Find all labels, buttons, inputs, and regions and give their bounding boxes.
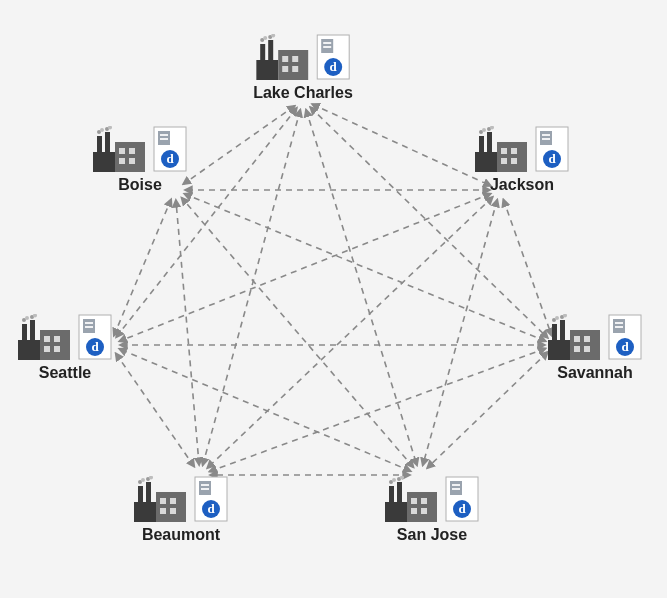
svg-rect-116 (54, 336, 60, 342)
node-icons: d (385, 476, 479, 522)
svg-rect-78 (397, 482, 402, 502)
svg-rect-90 (452, 488, 460, 490)
svg-rect-134 (129, 148, 135, 154)
svg-rect-43 (501, 148, 507, 154)
svg-rect-144 (160, 138, 168, 140)
node-icons: d (475, 126, 569, 172)
svg-rect-76 (407, 492, 437, 522)
svg-rect-125 (85, 322, 93, 324)
factory-icon (475, 126, 531, 172)
factory-icon (93, 126, 149, 172)
node-icons: d (18, 314, 112, 360)
svg-rect-114 (30, 320, 35, 340)
svg-line-7 (423, 200, 498, 466)
document-icon: d (535, 126, 569, 172)
node-label: San Jose (385, 526, 479, 544)
node-lake-charles: d Lake Charles (253, 34, 353, 102)
document-icon: d (608, 314, 642, 360)
node-beaumont: d Beaumont (134, 476, 228, 544)
svg-rect-95 (138, 486, 143, 502)
svg-rect-62 (584, 336, 590, 342)
svg-rect-82 (421, 508, 427, 514)
node-savannah: d Savannah (548, 314, 642, 382)
svg-rect-80 (421, 498, 427, 504)
node-icons: d (253, 34, 353, 80)
node-label: Lake Charles (253, 84, 353, 102)
node-boise: d Boise (93, 126, 187, 194)
svg-rect-61 (574, 336, 580, 342)
factory-icon (548, 314, 604, 360)
svg-rect-53 (542, 134, 550, 136)
svg-rect-41 (479, 136, 484, 152)
svg-point-84 (392, 478, 396, 482)
svg-rect-136 (129, 158, 135, 164)
svg-line-9 (119, 194, 490, 342)
svg-rect-97 (160, 498, 166, 504)
svg-line-8 (207, 197, 493, 468)
node-seattle: d Seattle (18, 314, 112, 382)
svg-rect-40 (497, 142, 527, 172)
svg-rect-39 (475, 152, 497, 172)
svg-rect-115 (44, 336, 50, 342)
svg-rect-60 (560, 320, 565, 340)
svg-rect-72 (615, 326, 623, 328)
svg-rect-35 (323, 42, 331, 44)
svg-rect-59 (552, 324, 557, 340)
svg-point-48 (482, 128, 486, 132)
node-label: Savannah (548, 364, 642, 382)
svg-rect-98 (170, 498, 176, 504)
document-icon: d (153, 126, 187, 172)
svg-text:d: d (458, 501, 466, 516)
svg-point-120 (25, 316, 29, 320)
svg-text:d: d (166, 151, 174, 166)
svg-rect-57 (548, 340, 570, 360)
svg-rect-107 (201, 484, 209, 486)
svg-rect-108 (201, 488, 209, 490)
svg-rect-93 (134, 502, 156, 522)
svg-rect-58 (570, 330, 600, 360)
svg-rect-117 (44, 346, 50, 352)
svg-rect-94 (156, 492, 186, 522)
svg-line-2 (306, 110, 417, 466)
svg-text:d: d (548, 151, 556, 166)
svg-rect-129 (93, 152, 115, 172)
svg-rect-100 (170, 508, 176, 514)
svg-line-20 (114, 199, 171, 336)
svg-text:d: d (621, 339, 629, 354)
svg-rect-64 (584, 346, 590, 352)
svg-rect-77 (389, 486, 394, 502)
document-icon: d (316, 34, 350, 80)
node-san-jose: d San Jose (385, 476, 479, 544)
svg-rect-23 (260, 44, 265, 60)
svg-point-66 (555, 316, 559, 320)
svg-rect-46 (511, 158, 517, 164)
node-label: Jackson (475, 176, 569, 194)
svg-line-14 (184, 194, 545, 341)
svg-rect-131 (97, 136, 102, 152)
svg-rect-132 (105, 132, 110, 152)
svg-point-30 (263, 36, 267, 40)
node-icons: d (548, 314, 642, 360)
factory-icon (385, 476, 441, 522)
svg-rect-112 (40, 330, 70, 360)
svg-rect-54 (542, 138, 550, 140)
node-icons: d (93, 126, 187, 172)
svg-point-138 (100, 128, 104, 132)
svg-rect-111 (18, 340, 40, 360)
svg-rect-135 (119, 158, 125, 164)
svg-line-11 (427, 352, 548, 468)
svg-line-16 (119, 349, 411, 471)
factory-icon (18, 314, 74, 360)
svg-line-12 (209, 348, 545, 471)
svg-text:d: d (329, 59, 337, 74)
svg-rect-143 (160, 134, 168, 136)
svg-line-3 (203, 110, 301, 466)
svg-rect-118 (54, 346, 60, 352)
factory-icon (134, 476, 190, 522)
document-icon: d (78, 314, 112, 360)
svg-rect-99 (160, 508, 166, 514)
svg-rect-81 (411, 508, 417, 514)
svg-rect-22 (278, 50, 308, 80)
svg-rect-36 (323, 46, 331, 48)
svg-rect-89 (452, 484, 460, 486)
